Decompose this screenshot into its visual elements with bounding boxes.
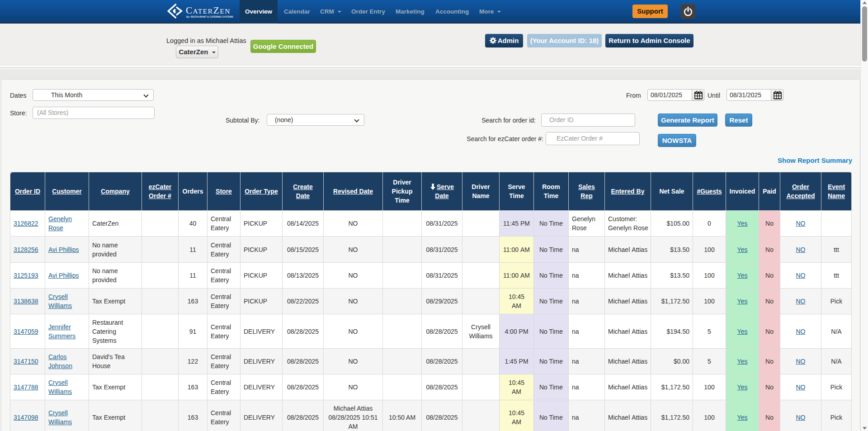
- svg-text:By: RESTAURANT & CATERING SYST: By: RESTAURANT & CATERING SYSTEMS: [186, 15, 234, 18]
- svg-text:CATERZEN: CATERZEN: [186, 5, 231, 16]
